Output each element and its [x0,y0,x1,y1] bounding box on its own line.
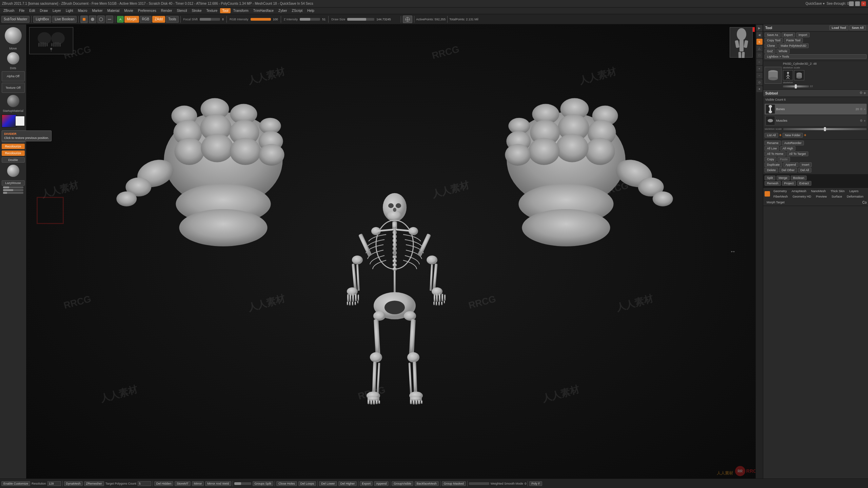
minimize-button[interactable]: _ [849,1,854,6]
spi-icon-1[interactable]: ▶ [756,25,763,31]
spi-icon-2[interactable]: ◀ [756,32,763,38]
menu-zyber[interactable]: Zyber [276,8,289,13]
menu-preferences[interactable]: Preferences [136,8,158,13]
boolean-btn[interactable]: Boolean [791,176,807,180]
import-btn[interactable]: Import [796,33,810,37]
groups-split-btn[interactable]: Groups Split [253,481,274,486]
inflate-mode-btn[interactable] [97,16,105,23]
spi-icon-5[interactable]: ○ [756,59,763,65]
morph-btn[interactable]: Morph [124,16,139,23]
menu-draw[interactable]: Draw [38,8,50,13]
copy-btn[interactable]: Copy [765,157,776,162]
layers-btn[interactable]: Layers [847,189,861,194]
menu-stencil[interactable]: Stencil [175,8,189,13]
mirror-btn[interactable]: Mirror [192,481,204,486]
target-polygons-input[interactable] [138,481,151,486]
mirror-weld-btn[interactable]: Mirror And Weld [205,481,231,486]
double-btn[interactable]: Double [2,157,25,163]
lazy-step-slider[interactable] [3,192,23,194]
del-loops-btn[interactable]: Del Loops [298,481,316,486]
fiber-mesh-btn[interactable]: FiberMesh [771,194,790,199]
menu-trimhardface[interactable]: TrimHardface [251,8,276,13]
list-all-btn[interactable]: List All [765,133,778,138]
all-low-btn[interactable]: All Low [765,146,779,151]
deformation-btn[interactable]: Deformation [845,194,866,199]
load-tool-btn[interactable]: Load Tool [829,25,848,30]
project-btn[interactable]: Project [782,181,796,186]
main-color-swatch[interactable] [2,115,17,127]
spi-icon-9[interactable]: ✦ [756,86,763,92]
spi-icon-orange[interactable]: S [756,39,763,45]
menu-transform[interactable]: Transform [231,8,251,13]
copy-tool-btn[interactable]: Copy Tool [765,38,783,43]
flatten-mode-btn[interactable] [106,16,113,23]
del-higher-btn[interactable]: Del Higher [338,481,357,486]
weighted-smooth-bar[interactable] [469,482,489,485]
save-as-btn[interactable]: Save As [765,33,781,37]
clone-btn[interactable]: Clone [765,43,777,48]
recolourize-btn2[interactable]: Recolourize [2,150,25,156]
lightbox-btn[interactable]: LightBox [33,16,51,23]
smooth-mode-btn[interactable] [89,16,96,23]
menu-help[interactable]: Help [305,8,316,13]
surface-btn[interactable]: Surface [830,194,844,199]
scale-slider[interactable] [783,85,809,87]
paste-btn[interactable]: Paste [777,157,790,162]
array-mesh-btn[interactable]: ArrayMesh [790,189,809,194]
spi-icon-7[interactable]: − [756,73,763,79]
extract-btn[interactable]: Extract [797,181,811,186]
new-folder-btn[interactable]: New Folder [783,133,803,138]
paste-tool-btn[interactable]: Paste Tool [784,38,803,43]
del-other-btn[interactable]: Del Other [779,168,797,172]
menu-edit[interactable]: Edit [27,8,37,13]
zremesher-btn[interactable]: ZRemesher [84,481,104,486]
material-sphere[interactable] [7,95,19,107]
menu-marker[interactable]: Marker [90,8,104,13]
draw-mode-btn[interactable] [80,16,88,23]
append-status-btn[interactable]: Append [374,481,389,486]
group-visible-btn[interactable]: GroupVisible [392,481,413,486]
lazy-smooth-slider[interactable] [3,189,23,191]
list-plus-icon[interactable]: + [779,133,782,138]
all-to-target-btn[interactable]: All To Target [787,151,808,156]
menu-texture[interactable]: Texture [204,8,219,13]
all-to-home-btn[interactable]: All To Home [765,151,786,156]
menu-movie[interactable]: Movie [122,8,135,13]
subtool-item-bones[interactable]: Bones 20 ⚙ + [765,104,867,115]
double-sphere[interactable] [7,165,19,177]
skeleton-thumb[interactable] [783,70,793,80]
split-btn[interactable]: Split [765,176,775,180]
z-intensity-bar[interactable] [300,18,320,21]
zadd-btn[interactable]: ZAdd [152,16,165,23]
dynamesher-btn[interactable]: DynaMesh [64,481,83,486]
move-sphere[interactable] [5,27,22,44]
close-button[interactable]: ✕ [861,1,866,6]
morph-target-btn[interactable]: Morph Target [765,200,787,205]
geometry-hd-btn[interactable]: Geometry HD [791,194,813,199]
save-all-btn[interactable]: Save All [849,25,866,30]
all-high-btn[interactable]: All High [780,146,795,151]
rgb-btn[interactable]: RGB [140,16,152,23]
muscles-plus-icon[interactable]: + [864,119,866,123]
store-mt-btn[interactable]: StoreMT [175,481,191,486]
tools-btn[interactable]: Tools [166,16,178,23]
lightbox-tools-btn[interactable]: Lightbox > Tools [765,54,867,59]
color-swatches[interactable] [2,115,25,128]
goz-btn[interactable]: GoZ [765,49,775,54]
folder-plus-icon[interactable]: + [804,133,806,138]
menu-macro[interactable]: Macro [76,8,90,13]
resolution-input[interactable] [47,481,61,486]
group-masked-btn[interactable]: Group Masked [442,481,466,486]
geometry-btn[interactable]: Geometry [771,189,789,194]
rgb-intensity-bar[interactable] [251,18,271,21]
bones-plus-icon[interactable]: + [864,107,866,111]
spi-icon-4[interactable]: □ [756,52,763,58]
maximize-button[interactable]: □ [855,1,860,6]
dots-sphere[interactable] [7,52,19,64]
menu-tool[interactable]: Tool [220,8,230,13]
bones-gear-icon[interactable]: ⚙ [860,107,863,111]
cylinder-thumb-2[interactable] [794,70,804,80]
menu-layer[interactable]: Layer [51,8,63,13]
menu-render[interactable]: Render [159,8,174,13]
subtool-gear-icon[interactable]: ⚙ [860,91,863,96]
